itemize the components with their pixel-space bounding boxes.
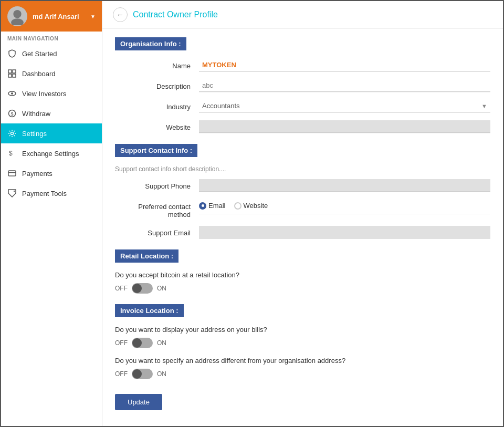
phone-label: Support Phone: [115, 179, 199, 190]
sidebar-item-payments[interactable]: Payments: [1, 163, 102, 183]
website-label: Website: [115, 120, 199, 131]
invoice-toggle2-on-label: ON: [157, 370, 166, 378]
svg-marker-14: [8, 190, 16, 197]
desc-row: Description: [115, 79, 490, 92]
radio-website[interactable]: Website: [234, 202, 268, 210]
svg-rect-12: [8, 171, 16, 176]
invoice-toggle2[interactable]: [132, 369, 153, 379]
phone-input[interactable]: [199, 179, 490, 192]
name-input[interactable]: [199, 59, 490, 71]
retail-toggle[interactable]: [132, 283, 153, 294]
sidebar-item-get-started[interactable]: Get Started: [1, 44, 102, 64]
svg-text:$: $: [9, 150, 13, 157]
user-dropdown-icon[interactable]: ▼: [90, 14, 96, 19]
retail-toggle-wrap: OFF ON: [115, 283, 490, 294]
invoice-location-section: Invoice Location : Do you want to displa…: [115, 304, 490, 379]
industry-select[interactable]: Accountants Technology Finance Retail He…: [199, 100, 490, 112]
email-row: Support Email: [115, 226, 490, 239]
back-button[interactable]: ←: [113, 7, 128, 22]
form-content: Organisation Info : Name Description Ind…: [102, 29, 503, 419]
invoice-toggle1-on-label: ON: [157, 339, 166, 347]
sidebar-item-view-investors[interactable]: View Investors: [1, 84, 102, 103]
website-input-wrap: [199, 120, 490, 133]
nav-label: MAIN NAVIGATION: [1, 32, 102, 44]
support-description: Support contact info short description..…: [115, 165, 490, 173]
sidebar-item-exchange-settings-label: Exchange Settings: [22, 150, 79, 158]
page-title: Contract Owner Profile: [133, 10, 218, 19]
dollar-icon: $: [7, 109, 17, 118]
email-input-wrap: [199, 226, 490, 239]
sidebar-item-withdraw[interactable]: $ Withdraw: [1, 103, 102, 123]
phone-row: Support Phone: [115, 179, 490, 192]
sidebar-item-dashboard[interactable]: Dashboard: [1, 64, 102, 84]
svg-text:$: $: [10, 111, 13, 117]
page-header: ← Contract Owner Profile: [102, 1, 503, 29]
industry-row: Industry Accountants Technology Finance …: [115, 100, 490, 113]
radio-email[interactable]: Email: [199, 202, 226, 210]
radio-email-label: Email: [208, 202, 226, 210]
sidebar-item-get-started-label: Get Started: [22, 50, 57, 58]
sidebar-item-withdraw-label: Withdraw: [22, 110, 50, 118]
retail-location-header: Retail Location :: [115, 249, 178, 263]
radio-email-dot: [199, 202, 206, 210]
sidebar-item-payment-tools[interactable]: Payment Tools: [1, 183, 102, 203]
svg-point-1: [11, 18, 24, 25]
contact-method-wrap: Email Website: [199, 200, 490, 214]
radio-group: Email Website: [199, 200, 490, 210]
website-row: Website: [115, 120, 490, 133]
user-name: md Arif Ansari: [33, 13, 85, 20]
svg-point-10: [11, 132, 14, 135]
name-row: Name: [115, 59, 490, 72]
retail-toggle-off-label: OFF: [115, 285, 128, 292]
contact-method-label: Preferred contact method: [115, 200, 199, 218]
invoice-toggle1-knob: [132, 338, 142, 348]
email-input[interactable]: [199, 226, 490, 238]
credit-card-icon: [7, 169, 17, 178]
svg-rect-5: [13, 74, 16, 77]
contact-method-row: Preferred contact method Email Website: [115, 200, 490, 218]
sidebar-item-settings-label: Settings: [22, 130, 47, 138]
retail-toggle-on-label: ON: [157, 285, 166, 292]
user-info: md Arif Ansari: [33, 13, 85, 20]
update-button[interactable]: Update: [115, 394, 162, 410]
retail-question: Do you accept bitcoin at a retail locati…: [115, 271, 490, 279]
sidebar-item-payments-label: Payments: [22, 170, 52, 178]
email-label: Support Email: [115, 226, 199, 237]
desc-input[interactable]: [199, 79, 490, 92]
svg-rect-3: [13, 70, 16, 73]
gear-icon: [7, 129, 17, 138]
sidebar: md Arif Ansari ▼ MAIN NAVIGATION Get Sta…: [1, 1, 102, 426]
svg-point-0: [13, 10, 21, 18]
invoice-toggle1-off-label: OFF: [115, 339, 128, 347]
svg-rect-2: [8, 70, 12, 73]
desc-label: Description: [115, 79, 199, 90]
invoice-location-header: Invoice Location :: [115, 304, 184, 317]
name-label: Name: [115, 59, 199, 70]
invoice-toggle2-wrap: OFF ON: [115, 369, 490, 379]
avatar: [7, 6, 27, 26]
invoice-toggle1[interactable]: [132, 338, 153, 348]
sidebar-item-view-investors-label: View Investors: [22, 90, 66, 98]
svg-rect-4: [8, 74, 12, 77]
retail-location-section: Retail Location : Do you accept bitcoin …: [115, 249, 490, 294]
sidebar-item-payment-tools-label: Payment Tools: [22, 190, 67, 197]
svg-point-15: [14, 191, 15, 192]
sidebar-item-exchange-settings[interactable]: $ Exchange Settings: [1, 143, 102, 163]
retail-toggle-knob: [132, 284, 142, 293]
shield-icon: [7, 49, 17, 58]
svg-point-7: [11, 92, 13, 95]
name-input-wrap: [199, 59, 490, 72]
desc-input-wrap: [199, 79, 490, 92]
invoice-toggle2-off-label: OFF: [115, 370, 128, 378]
grid-icon: [7, 69, 17, 78]
exchange-icon: $: [7, 149, 17, 158]
support-info-header: Support Contact Info :: [115, 144, 197, 157]
sidebar-header: md Arif Ansari ▼: [1, 1, 102, 32]
website-input[interactable]: [199, 120, 490, 133]
radio-website-dot: [234, 202, 242, 210]
eye-icon: [7, 89, 17, 98]
invoice-toggle2-knob: [132, 369, 142, 379]
invoice-question1: Do you want to display your address on y…: [115, 326, 490, 334]
sidebar-item-settings[interactable]: Settings: [1, 123, 102, 143]
industry-label: Industry: [115, 100, 199, 111]
